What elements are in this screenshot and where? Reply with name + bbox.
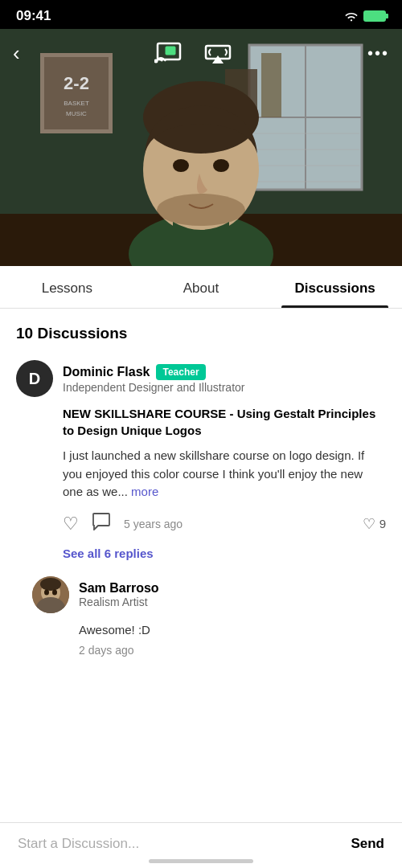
svg-point-21 — [173, 159, 189, 172]
reply-text: Awesome! :D — [79, 621, 386, 640]
reply-author-subtitle: Realism Artist — [79, 596, 159, 608]
status-time: 09:41 — [16, 8, 51, 24]
svg-point-23 — [157, 194, 245, 226]
status-bar: 09:41 — [0, 0, 402, 29]
tab-discussions[interactable]: Discussions — [268, 266, 402, 308]
svg-point-32 — [52, 589, 57, 595]
post-title: NEW SKILLSHARE COURSE - Using Gestalt Pr… — [63, 405, 386, 439]
post-body: I just launched a new skillshare course … — [63, 447, 386, 502]
svg-point-31 — [44, 589, 49, 595]
wifi-icon — [344, 10, 359, 22]
svg-text:MUSIC: MUSIC — [66, 110, 87, 117]
main-content: 10 Discussions D Dominic Flask Teacher I… — [0, 309, 402, 729]
reply-content: Awesome! :D 2 days ago — [32, 621, 386, 657]
status-icons — [344, 10, 386, 22]
more-link[interactable]: more — [131, 485, 158, 498]
reply-item: Sam Barroso Realism Artist Awesome! :D 2… — [16, 576, 386, 657]
svg-rect-25 — [166, 47, 175, 55]
discussion-header: D Dominic Flask Teacher Independent Desi… — [16, 360, 386, 397]
avatar: D — [16, 360, 53, 397]
video-center-icons — [154, 40, 233, 66]
reply-avatar — [32, 576, 69, 613]
tab-about[interactable]: About — [134, 266, 269, 308]
home-indicator — [149, 859, 253, 863]
tabs-container: Lessons About Discussions — [0, 266, 402, 309]
svg-text:BASKET: BASKET — [64, 100, 89, 107]
author-name: Dominic Flask — [63, 365, 150, 379]
tab-lessons[interactable]: Lessons — [0, 266, 134, 308]
reply-avatar-inner — [32, 576, 69, 613]
video-controls-top: ‹ ••• — [0, 29, 402, 77]
teacher-badge: Teacher — [156, 364, 205, 380]
back-button[interactable]: ‹ — [13, 43, 20, 63]
reply-author-name: Sam Barroso — [79, 581, 159, 596]
author-info-container: Dominic Flask Teacher Independent Design… — [63, 364, 244, 394]
reply-time: 2 days ago — [79, 644, 386, 657]
svg-point-29 — [40, 578, 61, 591]
like-count: ♡ 9 — [363, 515, 386, 533]
discussion-item: D Dominic Flask Teacher Independent Desi… — [16, 360, 386, 657]
video-player[interactable]: 2-2 BASKET MUSIC — [0, 29, 402, 266]
reply-header: Sam Barroso Realism Artist — [32, 576, 386, 613]
see-replies-button[interactable]: See all 6 replies — [16, 547, 386, 560]
airplay-icon[interactable] — [203, 41, 233, 65]
author-subtitle: Independent Designer and Illustrator — [63, 381, 244, 394]
start-discussion-input[interactable]: Start a Discussion... — [18, 836, 139, 852]
more-options-button[interactable]: ••• — [367, 44, 389, 63]
post-actions: ♡ 5 years ago ♡ 9 — [63, 513, 386, 535]
post-time: 5 years ago — [124, 518, 350, 530]
reply-author-info: Sam Barroso Realism Artist — [79, 581, 159, 608]
discussion-content: NEW SKILLSHARE COURSE - Using Gestalt Pr… — [16, 405, 386, 535]
comment-button[interactable] — [92, 513, 111, 535]
author-info: Dominic Flask Teacher — [63, 364, 244, 380]
like-button[interactable]: ♡ — [63, 514, 79, 534]
like-heart-icon: ♡ — [363, 515, 375, 533]
battery-icon — [363, 10, 386, 22]
svg-point-22 — [213, 159, 229, 172]
discussions-count: 10 Discussions — [16, 325, 386, 342]
cast-icon[interactable] — [154, 40, 187, 66]
send-button[interactable]: Send — [351, 836, 384, 852]
